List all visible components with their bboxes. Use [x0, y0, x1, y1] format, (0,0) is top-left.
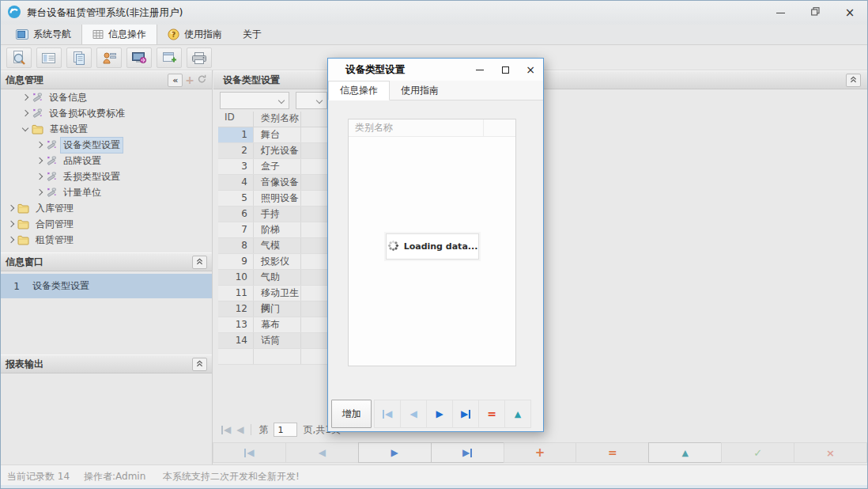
- tree-item[interactable]: 基础设置: [1, 121, 212, 137]
- cell-name[interactable]: 气模: [254, 238, 301, 253]
- cell-name[interactable]: 舞台: [254, 127, 301, 142]
- dialog-tab[interactable]: 使用指南: [390, 81, 450, 100]
- table-row[interactable]: 2灯光设备: [218, 143, 337, 159]
- cell-id[interactable]: 2: [218, 143, 254, 158]
- cell-id[interactable]: 1: [218, 127, 254, 142]
- column-header-id[interactable]: ID: [218, 112, 254, 127]
- cell-name[interactable]: 气助: [254, 270, 301, 285]
- menu-item[interactable]: 系统导航: [6, 25, 81, 44]
- add-icon[interactable]: +: [185, 74, 194, 85]
- edit-record-button[interactable]: ▲: [648, 442, 722, 463]
- chevron-right-icon[interactable]: [22, 110, 28, 116]
- chevron-right-icon[interactable]: [36, 157, 43, 164]
- tree-item[interactable]: 入库管理: [1, 200, 212, 216]
- tree-item[interactable]: 设备信息: [1, 89, 212, 105]
- cell-id[interactable]: 11: [218, 286, 254, 301]
- edit-button[interactable]: ▲: [504, 400, 531, 428]
- cell-name[interactable]: 阶梯: [254, 222, 301, 237]
- prev-page-button[interactable]: ◀: [236, 425, 243, 434]
- prev-record-button[interactable]: ◀: [285, 442, 359, 463]
- table-row[interactable]: 6手持: [218, 207, 337, 222]
- cell-id[interactable]: 5: [218, 191, 254, 206]
- cell-id[interactable]: 4: [218, 175, 254, 190]
- info-window-row[interactable]: 1 设备类型设置: [1, 274, 212, 298]
- close-button[interactable]: ×: [832, 1, 867, 25]
- cell-name[interactable]: 手持: [254, 207, 301, 222]
- collapse-left-button[interactable]: «: [168, 74, 183, 87]
- first-button[interactable]: ◀: [374, 400, 401, 428]
- table-row[interactable]: 14话筒: [218, 333, 337, 349]
- cell-name[interactable]: 灯光设备: [254, 143, 301, 158]
- cell-id[interactable]: 12: [218, 301, 254, 317]
- table-row[interactable]: 11移动卫生间: [218, 286, 337, 301]
- table-row[interactable]: 12拱门: [218, 301, 337, 317]
- cell-name[interactable]: 投影仪: [254, 254, 301, 269]
- filter-dropdown-2[interactable]: [296, 92, 327, 109]
- cell-id[interactable]: 10: [218, 270, 254, 285]
- screen-view-button[interactable]: [126, 47, 152, 68]
- restore-button[interactable]: [798, 1, 832, 25]
- table-row[interactable]: 13幕布: [218, 317, 337, 333]
- tree-item[interactable]: 品牌设置: [1, 153, 212, 169]
- tree-item[interactable]: 计量单位: [1, 184, 212, 200]
- menu-item[interactable]: ?使用指南: [157, 25, 232, 44]
- cell-id[interactable]: 14: [218, 333, 254, 348]
- chevron-right-icon[interactable]: [8, 205, 14, 211]
- cell-id[interactable]: 8: [218, 238, 254, 253]
- chevron-right-icon[interactable]: [8, 221, 14, 227]
- last-record-button[interactable]: ▶: [431, 442, 504, 463]
- collapse-up-button[interactable]: [192, 358, 207, 371]
- cell-name[interactable]: 幕布: [254, 317, 301, 332]
- add-record-button[interactable]: +: [504, 442, 577, 463]
- cell-name[interactable]: 音像设备: [254, 175, 301, 190]
- page-number-input[interactable]: [274, 423, 297, 437]
- cell-name[interactable]: 拱门: [254, 301, 301, 317]
- copy-document-button[interactable]: [66, 47, 92, 68]
- chevron-down-icon[interactable]: [22, 124, 28, 131]
- filter-dropdown-1[interactable]: [220, 92, 289, 109]
- tree-item[interactable]: 租赁管理: [1, 232, 212, 248]
- table-row[interactable]: 3盒子: [218, 159, 337, 175]
- delete-record-button[interactable]: =: [576, 442, 649, 463]
- dialog-grid-header[interactable]: 类别名称: [349, 119, 515, 137]
- cell-name[interactable]: 盒子: [254, 159, 301, 174]
- chevron-right-icon[interactable]: [36, 173, 43, 180]
- print-button[interactable]: [187, 47, 212, 68]
- table-row[interactable]: 8气模: [218, 238, 337, 254]
- cell-id[interactable]: 7: [218, 222, 254, 237]
- chevron-right-icon[interactable]: [36, 189, 43, 195]
- table-row[interactable]: 10气助: [218, 270, 337, 286]
- chevron-right-icon[interactable]: [36, 142, 43, 148]
- dialog-close-button[interactable]: ×: [518, 59, 543, 81]
- collapse-up-button[interactable]: [192, 256, 207, 269]
- dialog-minimize-button[interactable]: [467, 59, 492, 81]
- table-row[interactable]: 1舞台: [218, 127, 337, 143]
- cell-name[interactable]: 话筒: [254, 333, 301, 348]
- cell-name[interactable]: 移动卫生间: [254, 286, 301, 301]
- delete-button[interactable]: =: [478, 400, 505, 428]
- last-button[interactable]: ▶: [452, 400, 479, 428]
- next-record-button[interactable]: ▶: [358, 442, 432, 463]
- cell-id[interactable]: 3: [218, 159, 254, 174]
- user-settings-button[interactable]: [96, 47, 122, 68]
- tree-item[interactable]: 设备类型设置: [1, 137, 212, 153]
- column-header-name[interactable]: 类别名称: [254, 112, 301, 127]
- cell-id[interactable]: 13: [218, 317, 254, 332]
- dialog-tab[interactable]: 信息操作: [328, 81, 390, 100]
- table-row[interactable]: 4音像设备: [218, 175, 337, 191]
- table-row[interactable]: 5照明设备: [218, 191, 337, 207]
- tree-item[interactable]: 丢损类型设置: [1, 169, 212, 184]
- refresh-icon[interactable]: [197, 74, 207, 86]
- chevron-right-icon[interactable]: [8, 237, 14, 243]
- dialog-maximize-button[interactable]: [492, 59, 518, 81]
- prev-button[interactable]: ◀: [400, 400, 427, 428]
- list-view-button[interactable]: [36, 47, 62, 68]
- add-button[interactable]: 增加: [331, 400, 372, 428]
- first-record-button[interactable]: ◀: [213, 442, 286, 463]
- search-preview-button[interactable]: [6, 47, 32, 68]
- cell-id[interactable]: 6: [218, 207, 254, 222]
- first-page-button[interactable]: ◀: [221, 425, 231, 434]
- collapse-panel-button[interactable]: [846, 74, 861, 87]
- next-button[interactable]: ▶: [426, 400, 453, 428]
- cell-name[interactable]: 照明设备: [254, 191, 301, 206]
